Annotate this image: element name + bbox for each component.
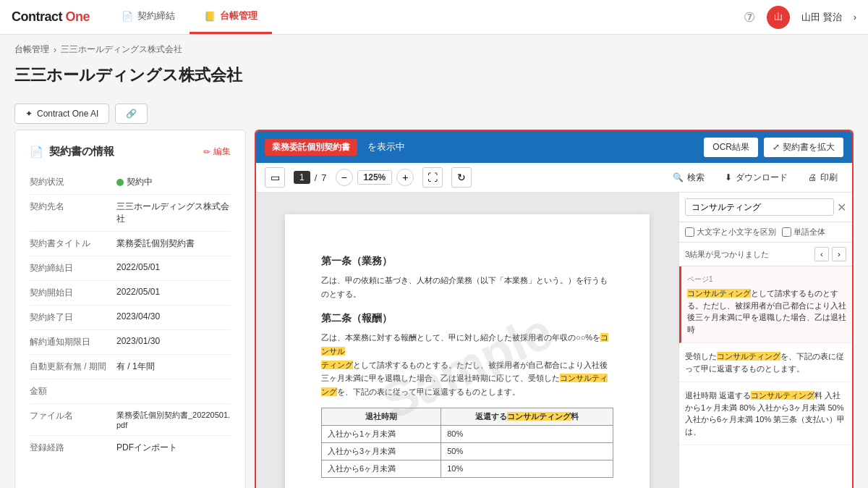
page-nav: 1 / 7 (294, 171, 327, 184)
whole-word-checkbox[interactable] (782, 227, 791, 237)
info-value-start-date: 2022/05/01 (116, 287, 231, 299)
expand-icon: ⤢ (773, 142, 780, 152)
info-row-status: 契約状況 契約中 (30, 170, 231, 195)
fullscreen-button[interactable]: ⛶ (422, 167, 443, 188)
info-row-start-date: 契約開始日 2022/05/01 (30, 281, 231, 306)
zoom-level: 125% (357, 170, 393, 185)
info-label-filename: ファイル名 (30, 410, 116, 429)
zoom-in-button[interactable]: + (396, 169, 414, 186)
search-bar: ✕ (679, 193, 852, 222)
info-row-auto-renew: 自動更新有無 / 期間 有 / 1年間 (30, 355, 231, 379)
section1-body: 乙は、甲の依頼に基づき、人材の紹介業務（以下「本業務」という。）を行うものとする… (321, 274, 613, 300)
link-button[interactable]: 🔗 (115, 104, 148, 124)
breadcrumb-parent[interactable]: 台帳管理 (14, 43, 49, 56)
search-result-1[interactable]: ページ1 コンサルティングとして請求するものとする。ただし、被採用者が自己都合に… (679, 266, 852, 343)
info-row-import-method: 登録経路 PDFインポート (30, 436, 231, 460)
section2-title: 第二条（報酬） (321, 312, 613, 325)
breadcrumb-current: 三三ホールディングス株式会社 (61, 43, 182, 56)
zoom-out-button[interactable]: − (336, 169, 353, 186)
doc-header-actions: OCR結果 ⤢ 契約書を拡大 (704, 138, 843, 157)
download-action[interactable]: ⬇ ダウンロード (719, 169, 793, 187)
table-row: 入社から6ヶ月未満 10% (322, 460, 613, 477)
section2-text3: を、下記の表に従って甲に返還するものとします。 (337, 387, 520, 396)
header-right: ⑦ 山 山田 賢治 › (744, 6, 856, 29)
info-label-conclusion-date: 契約締結日 (30, 262, 116, 274)
pencil-icon: ✏ (203, 147, 210, 157)
contract-info-header: 📄 契約書の情報 ✏ 編集 (30, 145, 231, 159)
search-next-button[interactable]: › (832, 247, 846, 261)
edit-button[interactable]: ✏ 編集 (203, 146, 231, 158)
info-value-status: 契約中 (116, 176, 231, 188)
table-cell: 入社から6ヶ月未満 (322, 460, 441, 477)
print-action[interactable]: 🖨 印刷 (802, 169, 843, 187)
search-icon: 🔍 (673, 172, 684, 182)
doc-title-area: 業務委託個別契約書 を表示中 (265, 139, 405, 156)
sidebar-toggle-button[interactable]: ▭ (265, 167, 285, 188)
section2-body: 乙は、本業務に対する報酬として、甲に対し紹介した被採用者の年収の○○%をコンサル… (321, 331, 613, 398)
contract-table: 退社時期 返還するコンサルティング料 入社から1ヶ月未満 80% 入社から3ヶ月… (321, 408, 613, 478)
info-label-notice-date: 解約通知期限日 (30, 336, 116, 348)
result-page-label: ページ1 (687, 274, 846, 285)
whole-word-option[interactable]: 単語全体 (782, 227, 825, 237)
download-icon: ⬇ (725, 172, 732, 182)
table-cell: 入社から1ヶ月未満 (322, 425, 441, 442)
search-result-2[interactable]: 受領したコンサルティングを、下記の表に従って甲に返還するものとします。 (679, 343, 852, 382)
info-row-end-date: 契約終了日 2023/04/30 (30, 306, 231, 330)
user-name: 山田 賢治 (801, 11, 842, 24)
header: Contract One 📄 契約締結 📒 台帳管理 ⑦ 山 山田 賢治 › (0, 0, 868, 35)
result-text-3: 退社時期 返還するコンサルティング料 入社から1ヶ月未満 80% 入社から3ヶ月… (685, 390, 846, 437)
doc-display-text: を表示中 (367, 140, 405, 153)
search-close-button[interactable]: ✕ (837, 201, 846, 214)
doc-icon: 📄 (30, 146, 43, 159)
info-row-amount: 金額 (30, 379, 231, 404)
contract-info-panel: 📄 契約書の情報 ✏ 編集 契約状況 契約中 契約先名 三三ホールディングス株式… (14, 130, 246, 488)
rotate-button[interactable]: ↻ (451, 167, 472, 188)
info-row-notice-date: 解約通知期限日 2023/01/30 (30, 330, 231, 355)
table-cell: 入社から3ヶ月未満 (322, 442, 441, 460)
main-nav: 📄 契約締結 📒 台帳管理 (107, 0, 272, 34)
table-row: 入社から1ヶ月未満 80% (322, 425, 613, 442)
nav-tab-contract-conclusion[interactable]: 📄 契約締結 (107, 0, 190, 34)
breadcrumb-separator: › (54, 45, 56, 55)
ai-icon: ✦ (25, 109, 33, 119)
doc-viewer: 業務委託個別契約書 を表示中 OCR結果 ⤢ 契約書を拡大 ▭ 1 / 7 − … (255, 130, 854, 488)
help-icon[interactable]: ⑦ (744, 9, 755, 25)
page-title: 三三ホールディングス株式会社 (0, 60, 868, 98)
info-row-title: 契約書タイトル 業務委託個別契約書 (30, 232, 231, 256)
info-label-end-date: 契約終了日 (30, 311, 116, 324)
section1-title: 第一条（業務） (321, 255, 613, 268)
ocr-button[interactable]: OCR結果 (704, 138, 758, 157)
info-row-filename: ファイル名 業務委託個別契約書_20220501.pdf (30, 404, 231, 436)
expand-button[interactable]: ⤢ 契約書を拡大 (764, 138, 843, 157)
current-page: 1 (294, 171, 310, 184)
avatar: 山 (767, 6, 790, 29)
search-results-count: 3結果が見つかりました ‹ › (679, 243, 852, 266)
case-sensitive-checkbox[interactable] (685, 227, 694, 237)
info-value-notice-date: 2023/01/30 (116, 336, 231, 348)
page-separator: / (315, 172, 318, 183)
info-value-conclusion-date: 2022/05/01 (116, 262, 231, 274)
info-label-amount: 金額 (30, 385, 116, 397)
contract-icon: 📄 (122, 11, 133, 22)
breadcrumb: 台帳管理 › 三三ホールディングス株式会社 (0, 35, 868, 60)
info-label-auto-renew: 自動更新有無 / 期間 (30, 361, 116, 373)
info-label-client: 契約先名 (30, 201, 116, 225)
table-header-1: 退社時期 (322, 408, 441, 425)
page-toolbar: ✦ Contract One AI 🔗 (0, 98, 868, 130)
info-row-client: 契約先名 三三ホールディングス株式会社 (30, 195, 231, 232)
nav-tab-ledger-management[interactable]: 📒 台帳管理 (190, 0, 272, 34)
info-row-conclusion-date: 契約締結日 2022/05/01 (30, 256, 231, 281)
info-value-title: 業務委託個別契約書 (116, 237, 231, 250)
doc-viewer-header: 業務委託個別契約書 を表示中 OCR結果 ⤢ 契約書を拡大 (256, 131, 852, 163)
search-action[interactable]: 🔍 検索 (667, 169, 710, 187)
status-dot (116, 179, 124, 186)
contract-info-title: 📄 契約書の情報 (30, 145, 114, 159)
info-value-filename: 業務委託個別契約書_20220501.pdf (116, 410, 231, 429)
info-value-amount (116, 385, 231, 397)
search-input[interactable] (685, 198, 834, 216)
search-prev-button[interactable]: ‹ (814, 247, 829, 261)
search-sidebar: ✕ 大文字と小文字を区別 単語全体 3結果が見つかりました ‹ (678, 193, 852, 488)
search-result-3[interactable]: 退社時期 返還するコンサルティング料 入社から1ヶ月未満 80% 入社から3ヶ月… (679, 382, 852, 445)
case-sensitive-option[interactable]: 大文字と小文字を区別 (685, 227, 776, 237)
ai-button[interactable]: ✦ Contract One AI (14, 104, 109, 124)
